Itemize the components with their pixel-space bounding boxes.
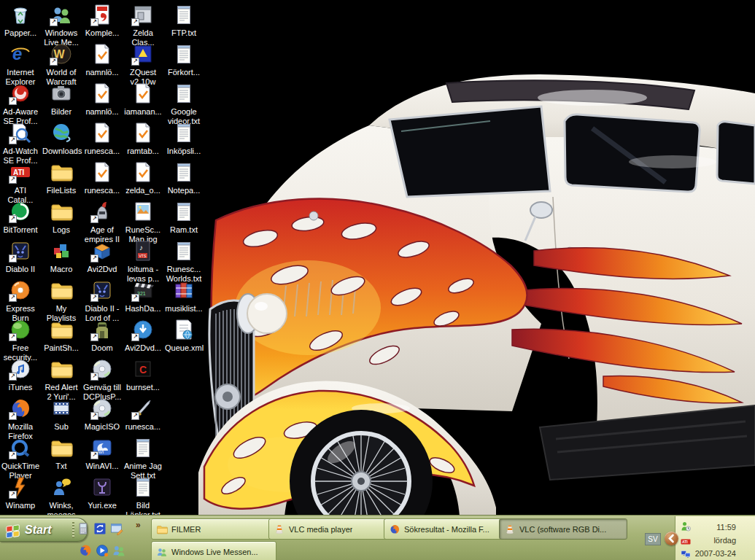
- messenger-icon: [112, 543, 126, 558]
- desktop-icon[interactable]: Macro: [41, 239, 82, 274]
- desktop-icon[interactable]: namnlö...: [82, 42, 123, 77]
- icon-label: Logs: [41, 225, 82, 235]
- start-label: Start: [25, 524, 51, 537]
- desktop-icon[interactable]: ↗Diablo II - Lord of ...: [82, 279, 123, 323]
- desktop-icon[interactable]: Sub: [41, 397, 82, 432]
- desktop-icon[interactable]: musiklist...: [163, 279, 204, 314]
- desktop-icon[interactable]: FTP.txt: [163, 3, 204, 38]
- icon-label: zelda_o...: [123, 186, 163, 195]
- desktop-icon[interactable]: Runesc... Worlds.txt: [163, 239, 204, 284]
- desktop-icon[interactable]: ↗Komple...: [82, 3, 123, 38]
- desktop-icon[interactable]: ↗ZQuest v2.10w: [123, 42, 163, 87]
- media-file-icon: ♪VTS: [131, 239, 155, 262]
- desktop-icon[interactable]: namnlö...: [82, 82, 123, 117]
- notepad-icon: [131, 475, 155, 499]
- desktop-icon[interactable]: Bilder: [41, 82, 82, 117]
- desktop-icon[interactable]: Red Alert 2 Yuri'...: [41, 357, 82, 402]
- desktop-icon[interactable]: W↗World of Warcraft: [41, 42, 82, 87]
- shortcut-arrow-icon: ↗: [131, 58, 139, 66]
- taskbar-button[interactable]: VLC media player: [268, 518, 392, 540]
- desktop-icon[interactable]: Txt: [41, 436, 82, 471]
- desktop-icon[interactable]: Cburnset...: [123, 357, 163, 392]
- quick-launch-drag-handle[interactable]: [72, 521, 74, 538]
- desktop-icon[interactable]: Downloads: [41, 121, 82, 156]
- ati-tray-icon[interactable]: ATI: [680, 536, 692, 548]
- desktop-icon[interactable]: Ram.txt: [163, 200, 204, 235]
- taskbar-button-label: Sökresultat - Mozilla F...: [404, 525, 489, 534]
- desktop-icon[interactable]: ↗BitTorrent: [0, 200, 41, 235]
- desktop-icon[interactable]: ↗Free security...: [0, 318, 41, 362]
- icon-label: namnlö...: [82, 107, 123, 117]
- desktop-icon[interactable]: ↗QuickTime Player: [0, 436, 41, 481]
- desktop-icon[interactable]: runesca...: [82, 121, 123, 156]
- quick-launch-media-player-icon[interactable]: [95, 543, 109, 558]
- taskbar-button[interactable]: FILMER: [151, 518, 276, 540]
- desktop-icon[interactable]: Winks, meegos: [41, 475, 82, 520]
- desktop-icon[interactable]: 321↗HashDa...: [123, 279, 163, 314]
- desktop-icon[interactable]: runesca...: [82, 160, 123, 195]
- tray-clock[interactable]: 11:59 lördag 2007-03-24: [695, 521, 736, 560]
- quick-launch-messenger-icon[interactable]: [112, 543, 126, 558]
- desktop-icon[interactable]: iamanan...: [123, 82, 163, 117]
- icon-label: runesca...: [82, 186, 123, 195]
- folder-icon: [50, 357, 73, 381]
- desktop-icon[interactable]: ↗Winamp: [0, 475, 41, 510]
- language-indicator[interactable]: SV: [645, 533, 661, 545]
- desktop-icon[interactable]: ↗MagicISO: [82, 397, 123, 432]
- desktop-icon[interactable]: Förkort...: [163, 42, 204, 77]
- messenger-status-icon[interactable]: [680, 521, 692, 532]
- desktop-icon[interactable]: ↗Ad-Aware SE Prof...: [0, 82, 41, 126]
- desktop-icon[interactable]: Logs: [41, 200, 82, 235]
- desktop-icon[interactable]: ↗iTunes: [0, 357, 41, 392]
- desktop-icon[interactable]: RuneSc... Map.jpg: [123, 200, 163, 244]
- desktop-icon[interactable]: ↗Zelda Clas...: [123, 3, 163, 47]
- desktop-icon[interactable]: Queue.xml: [163, 318, 204, 353]
- notepad-icon: [172, 121, 195, 144]
- desktop-icon[interactable]: ↗Avi2Dvd: [82, 239, 123, 274]
- desktop-icon[interactable]: ♪VTSloituma - levas p...: [123, 239, 163, 284]
- desktop-icon[interactable]: ATI↗ATI Catal...: [0, 160, 41, 205]
- icon-label: iTunes: [0, 383, 41, 392]
- quick-launch-overflow-chevron[interactable]: »: [136, 520, 141, 530]
- desktop-icon[interactable]: ↗Diablo II: [0, 239, 41, 274]
- desktop-icon[interactable]: PaintSh...: [41, 318, 82, 353]
- quick-launch-firefox-icon[interactable]: [78, 543, 93, 558]
- desktop-icon[interactable]: ↗Avi2Dvd...: [123, 318, 163, 353]
- desktop-icon[interactable]: ↗Age of empires II: [82, 200, 123, 244]
- desktop-icon[interactable]: ramtab...: [123, 121, 163, 156]
- desktop-icon[interactable]: ↗Windows Live Me...: [41, 3, 82, 47]
- desktop-icon[interactable]: Google videor.txt: [163, 82, 204, 126]
- shortcut-arrow-icon: ↗: [9, 451, 17, 459]
- quick-launch-window-edit-icon[interactable]: [109, 521, 124, 536]
- desktop-icon[interactable]: ↗Express Burn: [0, 279, 41, 323]
- taskbar-button[interactable]: Windows Live Messen...: [151, 541, 276, 560]
- xml-doc-icon: [172, 318, 195, 341]
- icon-label: Avi2Dvd...: [123, 343, 163, 353]
- taskbar-button[interactable]: Sökresultat - Mozilla F...: [384, 518, 508, 540]
- desktop-icon[interactable]: eInternet Explorer: [0, 42, 41, 87]
- desktop-icon[interactable]: AVI↗WinAVI...: [82, 436, 123, 471]
- network-icon[interactable]: [680, 548, 692, 560]
- desktop-icon[interactable]: Inköpsli...: [163, 121, 204, 156]
- desktop-icon[interactable]: FileLists: [41, 160, 82, 195]
- desktop-icon[interactable]: zelda_o...: [123, 160, 163, 195]
- ie-icon: e: [9, 42, 32, 66]
- desktop-icon[interactable]: ↗Doom: [82, 318, 123, 353]
- desktop-icon[interactable]: Anime Jag Sett.txt: [123, 436, 163, 481]
- quick-launch-device-icon[interactable]: [76, 521, 90, 536]
- desktop-icon[interactable]: My Playlists: [41, 279, 82, 323]
- shortcut-arrow-icon: ↗: [50, 58, 58, 66]
- taskbar-button[interactable]: VLC (software RGB Di...: [499, 518, 627, 540]
- desktop-icon[interactable]: Bild Länkar.txt: [123, 475, 163, 520]
- desktop-icon[interactable]: ↗Genväg till DCPlusP...: [82, 357, 123, 402]
- desktop-icon[interactable]: ↗runesca...: [123, 397, 163, 432]
- shortcut-arrow-icon: ↗: [90, 412, 98, 420]
- collapse-tray-button[interactable]: [665, 532, 678, 545]
- desktop-icon[interactable]: ↗Ad-Watch SE Prof...: [0, 121, 41, 166]
- start-button[interactable]: Start: [0, 518, 88, 542]
- desktop-icon[interactable]: Papper...: [0, 3, 41, 38]
- desktop-icon[interactable]: Notepa...: [163, 160, 204, 195]
- desktop-icon[interactable]: ↗Mozilla Firefox: [0, 397, 41, 441]
- quick-launch-sync-icon[interactable]: [93, 521, 107, 536]
- desktop-icon[interactable]: Yuri.exe: [82, 475, 123, 510]
